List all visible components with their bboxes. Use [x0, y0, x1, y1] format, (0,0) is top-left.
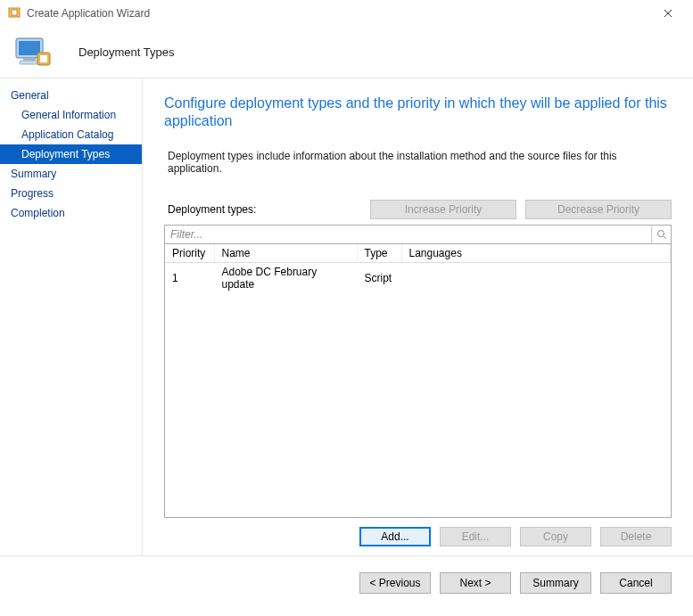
increase-priority-button[interactable]: Increase Priority	[370, 200, 516, 219]
summary-button[interactable]: Summary	[520, 572, 591, 594]
svg-point-8	[657, 231, 664, 237]
cell-type: Script	[357, 263, 401, 294]
table-row[interactable]: 1 Adobe DC February update Script	[165, 263, 671, 294]
filter-input[interactable]	[165, 226, 651, 243]
cancel-button[interactable]: Cancel	[600, 572, 672, 594]
cell-languages	[401, 263, 671, 294]
copy-button[interactable]: Copy	[520, 527, 591, 546]
col-name[interactable]: Name	[214, 244, 357, 263]
deployment-types-grid[interactable]: Priority Name Type Languages 1 Adobe DC …	[164, 244, 672, 518]
col-languages[interactable]: Languages	[401, 244, 671, 263]
nav-summary[interactable]: Summary	[0, 164, 142, 184]
next-button[interactable]: Next >	[440, 572, 511, 594]
svg-line-9	[664, 236, 666, 239]
wizard-header: Deployment Types	[0, 27, 693, 78]
previous-button[interactable]: < Previous	[359, 572, 431, 594]
col-type[interactable]: Type	[357, 244, 401, 263]
svg-rect-7	[40, 55, 47, 62]
nav-progress[interactable]: Progress	[0, 184, 142, 203]
delete-button[interactable]: Delete	[600, 527, 672, 546]
page-title: Configure deployment types and the prior…	[164, 94, 672, 130]
svg-rect-3	[19, 41, 40, 55]
nav-completion[interactable]: Completion	[0, 203, 142, 223]
col-priority[interactable]: Priority	[165, 244, 214, 263]
window-title: Create Application Wizard	[27, 7, 150, 20]
title-bar: Create Application Wizard	[0, 0, 693, 27]
wizard-footer: < Previous Next > Summary Cancel	[0, 555, 693, 610]
filter-row	[164, 225, 672, 244]
nav-deployment-types[interactable]: Deployment Types	[0, 144, 142, 164]
nav-general-information[interactable]: General Information	[0, 105, 142, 125]
wizard-sidebar: General General Information Application …	[0, 78, 143, 555]
decrease-priority-button[interactable]: Decrease Priority	[525, 200, 672, 219]
page-description: Deployment types include information abo…	[164, 150, 672, 175]
header-title: Deployment Types	[78, 45, 174, 59]
svg-rect-5	[20, 61, 39, 64]
nav-general[interactable]: General	[0, 86, 142, 105]
cell-priority: 1	[165, 263, 214, 294]
monitor-icon	[11, 35, 54, 70]
app-icon	[7, 6, 21, 21]
svg-rect-1	[12, 10, 17, 15]
close-button[interactable]	[650, 1, 686, 26]
search-icon[interactable]	[651, 226, 671, 243]
add-button[interactable]: Add...	[359, 527, 431, 546]
deployment-types-label: Deployment types:	[168, 203, 256, 216]
nav-application-catalog[interactable]: Application Catalog	[0, 125, 142, 144]
cell-name: Adobe DC February update	[214, 263, 357, 294]
edit-button[interactable]: Edit...	[440, 527, 511, 546]
table-header-row: Priority Name Type Languages	[165, 244, 671, 263]
main-panel: Configure deployment types and the prior…	[143, 78, 693, 555]
